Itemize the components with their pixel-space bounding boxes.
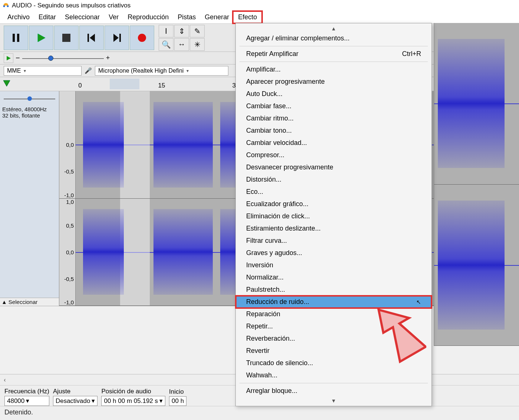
menu-bar: Archivo Editar Seleccionar Ver Reproducc… [0,11,519,24]
timeshift-tool-icon[interactable]: ↔ [174,38,189,51]
menu-item-arreglar-bloque[interactable]: Arreglar bloque... [236,385,432,397]
speed-slider[interactable] [22,54,104,62]
window-title: AUDIO - Seguindo seus impulsos criativos [12,2,130,9]
menu-item-cambiar-velocidad[interactable]: Cambiar velocidad... [236,137,432,149]
audio-position-field[interactable]: 00 h 00 m 05.192 s▾ [101,396,165,406]
svg-rect-6 [87,34,89,42]
menu-editar[interactable]: Editar [34,12,60,23]
stop-button[interactable] [54,26,79,50]
scroll-left-icon[interactable]: ‹ [0,377,10,383]
waveform-right-peek [434,23,519,346]
callout-arrow-icon [367,300,426,371]
mic-icon: 🎤 [85,67,92,74]
selection-start-field[interactable]: 00 h [169,396,186,406]
menu-archivo[interactable]: Archivo [3,12,34,23]
menu-item-cambiar-fase[interactable]: Cambiar fase... [236,100,432,112]
track-select-button[interactable]: ▲ Seleccionar [0,298,59,306]
menu-item-normalizar[interactable]: Normalizar... [236,271,432,284]
pan-slider[interactable] [2,95,57,102]
svg-marker-4 [38,34,45,42]
menu-item-estiramiento-deslizante[interactable]: Estiramiento deslizante... [236,222,432,235]
svg-rect-3 [17,34,19,42]
menu-ver[interactable]: Ver [104,12,123,23]
scroll-down-icon[interactable]: ▼ [236,397,432,404]
svg-rect-2 [13,34,15,42]
skip-start-button[interactable] [79,26,104,50]
menu-item-graves-y-agudos[interactable]: Graves y agudos... [236,247,432,259]
shortcut-label: Ctrl+R [402,50,421,58]
menu-item-auto-duck[interactable]: Auto Duck... [236,88,432,100]
menu-reproduccion[interactable]: Reproducción [123,12,173,23]
record-button[interactable] [130,26,154,50]
menu-item-desvanecer-progresivamente[interactable]: Desvanecer progresivamente [236,161,432,173]
chevron-down-icon: ▾ [92,397,95,405]
menu-item-distorsi-n[interactable]: Distorsión... [236,173,432,186]
menu-item-ecualizador-gr-fico[interactable]: Ecualizador gráfico... [236,198,432,210]
menu-item-filtrar-curva[interactable]: Filtrar curva... [236,235,432,247]
audio-position-label: Posición de audio [101,388,165,395]
frequency-label: Frecuencia (Hz) [4,388,49,395]
plus-icon: + [106,54,110,62]
playhead-icon[interactable] [0,77,13,90]
input-device-combo[interactable]: Microphone (Realtek High Defini▾ [95,66,228,76]
selection-start-label: Inicio [169,388,186,396]
svg-point-1 [7,5,9,7]
track-format-line2: 32 bits, flotante [2,112,57,119]
svg-rect-9 [119,34,121,42]
menu-item-wahwah[interactable]: Wahwah... [236,369,432,381]
loop-region[interactable] [110,79,139,89]
minus-icon: − [16,54,20,62]
chevron-down-icon: ▾ [26,397,29,405]
svg-point-10 [138,34,146,42]
chevron-down-icon: ▾ [159,397,163,405]
menu-item-repeat-last[interactable]: Repetir AmplificarCtrl+R [236,48,432,60]
svg-marker-13 [372,300,426,362]
play-button[interactable] [29,26,53,50]
app-icon [2,2,10,9]
track-format-line1: Estéreo, 48000Hz [2,106,57,112]
menu-pistas[interactable]: Pistas [173,12,200,23]
frequency-combo[interactable]: 48000▾ [4,396,49,406]
menu-item-add-remove-plugins[interactable]: Agregar / eliminar complementos... [236,32,432,44]
menu-generar[interactable]: Generar [200,12,234,23]
chevron-down-icon: ▾ [24,68,26,73]
svg-rect-5 [62,34,70,42]
audio-host-combo[interactable]: MME▾ [4,66,82,76]
envelope-tool-icon[interactable]: ⇕ [174,25,189,37]
skip-end-button[interactable] [105,26,129,50]
svg-marker-8 [113,34,119,42]
snap-label: Ajuste [53,388,98,395]
svg-point-0 [3,5,5,7]
play-at-speed-button[interactable] [4,53,13,63]
track-control-panel[interactable]: Estéreo, 48000Hz 32 bits, flotante ▲ Sel… [0,91,59,306]
menu-item-paulstretch[interactable]: Paulstretch... [236,284,432,296]
pause-button[interactable] [4,26,28,50]
draw-tool-icon[interactable]: ✎ [190,25,205,37]
multi-tool-icon[interactable]: ✳ [190,38,205,51]
tools-grid: Ⅰ ⇕ ✎ 🔍 ↔ ✳ [159,25,205,51]
status-text: Detenido. [0,406,519,420]
menu-efecto[interactable]: Efecto [234,12,261,23]
svg-marker-11 [7,56,11,60]
svg-marker-12 [3,80,10,86]
menu-item-eco[interactable]: Eco... [236,186,432,198]
zoom-tool-icon[interactable]: 🔍 [159,38,173,51]
menu-item-amplificar[interactable]: Amplificar... [236,63,432,76]
menu-item-inversi-n[interactable]: Inversión [236,259,432,271]
menu-seleccionar[interactable]: Seleccionar [60,12,104,23]
snap-combo[interactable]: Desactivado▾ [53,396,98,406]
title-bar: AUDIO - Seguindo seus impulsos criativos [0,0,519,11]
chevron-down-icon: ▾ [186,68,189,73]
scroll-up-icon[interactable]: ▲ [236,25,432,32]
collapse-icon: ▲ [1,299,7,305]
menu-item-aparecer-progresivamente[interactable]: Aparecer progresivamente [236,76,432,88]
menu-item-eliminaci-n-de-click[interactable]: Eliminación de click... [236,210,432,222]
selection-tool-icon[interactable]: Ⅰ [159,25,173,37]
menu-item-cambiar-tono[interactable]: Cambiar tono... [236,125,432,137]
menu-item-compresor[interactable]: Compresor... [236,149,432,161]
svg-marker-7 [90,34,95,42]
menu-item-cambiar-ritmo[interactable]: Cambiar ritmo... [236,112,432,125]
